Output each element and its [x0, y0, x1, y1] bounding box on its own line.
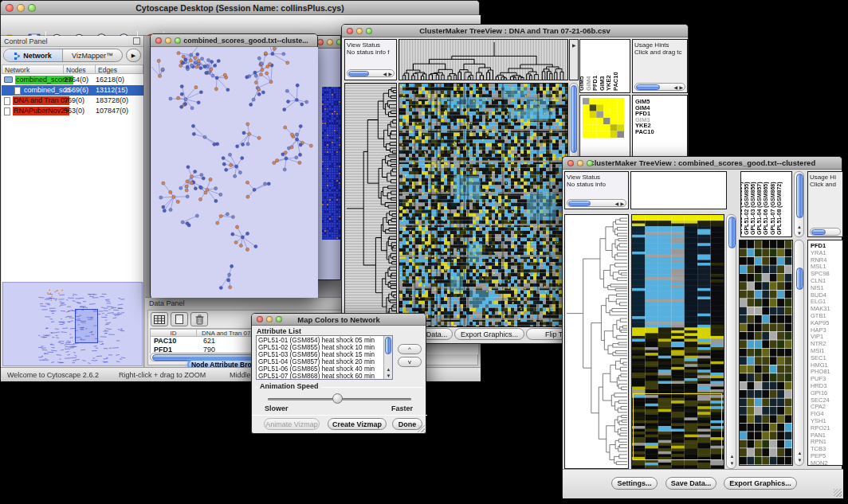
network-window1-title-bar[interactable]: combined_scores_good.txt--cluste... — [151, 34, 317, 47]
tv2-row-label[interactable]: SEC1 — [811, 354, 826, 361]
tv2-usage-hscrollbar[interactable] — [810, 228, 841, 236]
tv2-button[interactable]: Settings... — [611, 477, 658, 490]
tv2-collabels-vscrollbar[interactable]: ▲▼ — [794, 171, 804, 237]
tv1-usage-hscrollbar[interactable]: ◀▶ — [634, 83, 685, 91]
column-header-nodes[interactable]: Nodes — [64, 64, 96, 74]
tv2-row-label[interactable]: GTB1 — [811, 312, 826, 319]
column-header-edges[interactable]: Edges — [96, 64, 143, 74]
tv2-row-label[interactable]: PAN1 — [811, 432, 826, 439]
tab-vizmapper[interactable]: VizMapper™ — [63, 49, 122, 61]
tv2-row-label[interactable]: SPC98 — [811, 270, 830, 277]
tv2-row-label[interactable]: CPA2 — [811, 403, 826, 410]
tv2-row-label[interactable]: HAP3 — [811, 326, 826, 334]
tv2-status-hscrollbar[interactable]: ◀▶ — [567, 199, 626, 207]
animate-vizmap-button[interactable]: Animate Vizmap — [264, 418, 320, 430]
zoom-button[interactable] — [28, 4, 36, 12]
tv2-row-label[interactable]: GPI16 — [811, 389, 827, 397]
tv2-row-label[interactable]: MON2 — [811, 459, 828, 466]
tv2-column-dendrogram[interactable] — [630, 171, 727, 209]
close-button[interactable] — [347, 28, 353, 34]
tv2-row-dendrogram[interactable] — [564, 214, 629, 469]
minimize-button[interactable] — [165, 37, 171, 44]
attribute-item[interactable]: GPL51-02 (GSM855) heat shock 10 min — [258, 344, 375, 351]
move-up-button[interactable]: ^ — [398, 344, 422, 354]
minimize-button[interactable] — [356, 28, 363, 34]
tv2-button[interactable]: Export Graphics... — [724, 477, 797, 490]
tv2-row-label[interactable]: PUF3 — [811, 375, 826, 382]
tv2-row-label[interactable]: HRD3 — [811, 382, 826, 389]
float-panel-icon[interactable] — [133, 37, 140, 45]
minimize-button[interactable] — [577, 160, 583, 166]
tv2-row-label[interactable]: FIG4 — [811, 410, 824, 417]
minimize-button[interactable] — [17, 4, 25, 12]
resize-grip[interactable] — [418, 425, 425, 432]
tv2-row-label[interactable]: RPN1 — [811, 438, 826, 445]
column-header-network[interactable]: Network — [2, 64, 64, 74]
tv1-button[interactable]: Export Graphics... — [454, 328, 524, 340]
tab-overflow-button[interactable]: ▶ — [126, 49, 141, 62]
attribute-item[interactable]: GPL51-04 (GSM857) heat shock 20 min — [258, 358, 375, 365]
close-button[interactable] — [317, 39, 324, 45]
attribute-list-vscrollbar[interactable]: ▲▼ — [383, 336, 392, 379]
tv1-heatmap[interactable] — [398, 83, 568, 327]
column-header-id[interactable]: ID — [151, 329, 197, 337]
tv2-row-label[interactable]: KAP95 — [811, 319, 829, 326]
tv2-row-label[interactable]: YSH1 — [811, 417, 826, 424]
tv1-row-label[interactable]: PAC10 — [635, 128, 654, 135]
close-button[interactable] — [155, 37, 162, 44]
birdseye-selection[interactable] — [75, 309, 98, 343]
tv2-zoom-vscrollbar[interactable]: ▲▼ — [794, 240, 804, 466]
zoom-button[interactable] — [276, 316, 282, 322]
tv1-column-dendrogram[interactable] — [398, 39, 568, 80]
minimize-button[interactable] — [327, 39, 333, 45]
dialog-title-bar[interactable]: Map Colors to Network — [252, 314, 426, 326]
treeview2-title-bar[interactable]: ClusterMaker TreeView : combined_scores_… — [563, 157, 842, 170]
attribute-item[interactable]: GPL51-03 (GSM856) heat shock 15 min — [258, 351, 375, 358]
zoom-button[interactable] — [175, 37, 181, 44]
zoom-button[interactable] — [587, 160, 593, 166]
tv2-row-label[interactable]: HMG1 — [811, 361, 828, 369]
tv2-zoom-heatmap[interactable] — [739, 240, 793, 466]
move-down-button[interactable]: v — [398, 357, 422, 367]
network-row[interactable]: DNA and Tran 07769(0)183728(0) — [2, 96, 143, 106]
new-attribute-button[interactable] — [171, 312, 188, 326]
tab-network[interactable]: Network — [4, 49, 63, 61]
tv2-row-label[interactable]: PEP5 — [811, 452, 826, 459]
network-view-canvas[interactable] — [151, 47, 318, 298]
tv2-row-label[interactable]: TCB3 — [811, 445, 826, 452]
main-title-bar[interactable]: Cytoscape Desktop (Session Name: collins… — [1, 1, 479, 15]
network-row[interactable]: combined_sco2569(6)13112(15) — [2, 85, 143, 96]
close-button[interactable] — [567, 160, 574, 166]
tv2-row-label[interactable]: MSL1 — [811, 263, 826, 270]
tv2-button[interactable]: Save Data... — [665, 477, 716, 490]
tv2-row-label[interactable]: YRA1 — [811, 249, 826, 256]
tv2-heatmap-vscrollbar[interactable]: ▲▼ — [726, 214, 736, 469]
tv2-row-label[interactable]: NIS1 — [811, 284, 824, 291]
zoom-button[interactable] — [336, 39, 340, 45]
table-mode-button[interactable] — [151, 312, 168, 326]
minimize-button[interactable] — [266, 316, 273, 322]
tv2-row-label[interactable]: ELG1 — [811, 298, 826, 305]
delete-attribute-button[interactable] — [190, 312, 208, 326]
network-row[interactable]: RNAPuberNov2+563(0)107847(0) — [2, 106, 143, 116]
birdseye-view[interactable] — [2, 282, 143, 366]
resize-grip[interactable] — [834, 489, 842, 497]
tv2-row-label[interactable]: SEC24 — [811, 397, 830, 404]
tv2-row-label[interactable]: MAK31 — [811, 305, 830, 312]
tv2-heatmap[interactable] — [631, 214, 724, 469]
attribute-item[interactable]: GPL51-06 (GSM865) heat shock 40 min — [258, 365, 375, 373]
tv2-row-label[interactable]: CLN1 — [811, 277, 826, 284]
zoom-button[interactable] — [366, 28, 372, 34]
attribute-item[interactable]: GPL51-01 (GSM854) heat shock 05 min — [258, 337, 375, 344]
network-row[interactable]: combined_scores2764(0)16218(0) — [2, 75, 143, 85]
tv2-row-label[interactable]: VIP1 — [811, 333, 823, 340]
attribute-item[interactable]: GPL51-07 (GSM868) heat shock 60 min — [258, 373, 375, 380]
tv2-row-label[interactable]: MSI1 — [811, 347, 825, 354]
tv2-row-label[interactable]: PHO81 — [811, 368, 830, 375]
tv2-row-label[interactable]: BUD4 — [811, 291, 826, 299]
treeview1-title-bar[interactable]: ClusterMaker TreeView : DNA and Tran 07-… — [342, 25, 688, 37]
tv2-row-label[interactable]: RPO21 — [811, 424, 830, 432]
close-button[interactable] — [257, 316, 263, 322]
tv1-row-dendrogram[interactable] — [344, 83, 397, 327]
tv2-heatmap-selection[interactable] — [633, 393, 722, 460]
